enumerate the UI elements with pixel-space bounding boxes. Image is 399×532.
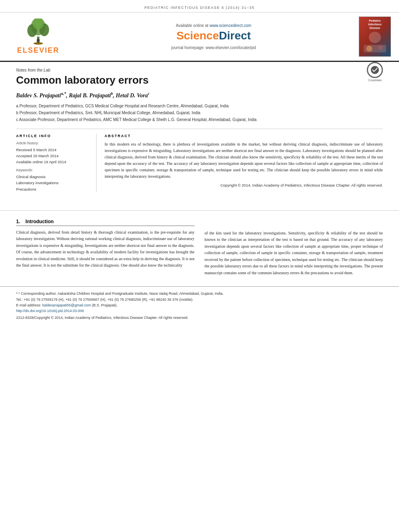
intro-heading: 1. Introduction — [16, 219, 195, 226]
abstract-title: Abstract — [105, 134, 383, 138]
crossmark-label: CrossMark — [368, 79, 382, 82]
history-label: Article history: — [16, 141, 90, 145]
elsevier-logo: ELSEVIER — [8, 18, 68, 55]
abstract-text: In this modern era of technology, there … — [105, 141, 383, 180]
center-header: Available online at www.sciencedirect.co… — [68, 23, 359, 50]
affiliations: a Professor, Department of Pediatrics, G… — [16, 103, 383, 123]
body-left-col: 1. Introduction Clinical diagnosis, deri… — [16, 219, 195, 277]
section-label: Notes from the Lab — [16, 68, 383, 72]
section-title-text: Introduction — [25, 219, 53, 224]
accepted-date: Accepted 20 March 2014 — [16, 153, 90, 159]
journal-cover: Pediatric Infectious Disease — [359, 16, 391, 57]
section-divider — [0, 210, 399, 211]
intro-right-text: of the kits used for the laboratory inve… — [205, 230, 383, 277]
email-suffix: (B.S. Prajapati). — [92, 303, 118, 307]
crossmark-circle — [367, 62, 383, 78]
article-info-col: Article Info Article history: Received 5… — [16, 134, 97, 192]
article-content: Notes from the Lab Common laboratory err… — [0, 62, 399, 206]
journal-homepage: journal homepage: www.elsevier.com/locat… — [68, 45, 359, 50]
received-date: Received 5 March 2014 — [16, 147, 90, 153]
crossmark-icon — [370, 65, 380, 75]
keyword-1: Clinical diagnosis — [16, 174, 90, 180]
svg-point-9 — [378, 45, 383, 50]
journal-header: Pediatric Infectious Disease 6 (2014) 31… — [0, 0, 399, 12]
abstract-col: Abstract In this modern era of technolog… — [105, 134, 383, 192]
logos-row: ELSEVIER Available online at www.science… — [0, 12, 399, 62]
copyright-footer: 2212-8328/Copyright © 2014, Indian Acade… — [16, 316, 383, 320]
email-address[interactable]: baldevprajapati55@gmail.com — [42, 303, 91, 307]
journal-title-top: Pediatric Infectious Disease 6 (2014) 31… — [144, 6, 255, 10]
svg-point-8 — [366, 46, 372, 52]
cover-image-icon — [363, 43, 387, 54]
email-line: E-mail address: baldevprajapati55@gmail.… — [16, 302, 383, 308]
keyword-3: Precautions — [16, 186, 90, 192]
corresponding-author-text: Aakanksha Children Hospital and Postgrad… — [58, 292, 224, 296]
cover-title-text: Pediatric Infectious Disease — [368, 19, 381, 30]
elsevier-brand-text: ELSEVIER — [17, 46, 59, 55]
available-online-date: Available online 19 April 2014 — [16, 159, 90, 165]
elsevier-tree-icon — [20, 18, 56, 45]
body-right-col: of the kits used for the laboratory inve… — [205, 219, 383, 277]
article-info-title: Article Info — [16, 134, 90, 138]
section-number: 1. — [16, 219, 20, 224]
article-title: Common laboratory errors — [16, 74, 148, 86]
body-content: 1. Introduction Clinical diagnosis, deri… — [0, 215, 399, 285]
info-abstract-section: Article Info Article history: Received 5… — [16, 129, 383, 192]
svg-point-6 — [37, 39, 40, 43]
sciencedirect-url[interactable]: www.sciencedirect.com — [210, 23, 251, 28]
affiliation-a: a Professor, Department of Pediatrics, G… — [16, 103, 383, 109]
crossmark-badge: CrossMark — [367, 62, 383, 82]
page: Pediatric Infectious Disease 6 (2014) 31… — [0, 0, 399, 532]
keyword-2: Laboratory investigations — [16, 180, 90, 186]
doi-line: http://dx.doi.org/10.1016/j.pid.2014.03.… — [16, 308, 383, 314]
authors-line: Baldev S. Prajapatia,*, Rajal B. Prajapa… — [16, 91, 383, 99]
affiliation-c: c Associate Professor, Department of Ped… — [16, 117, 383, 123]
doi-link[interactable]: http://dx.doi.org/10.1016/j.pid.2014.03.… — [16, 309, 84, 313]
sciencedirect-logo: ScienceDirect — [68, 29, 359, 42]
abstract-copyright: Copyright © 2014, Indian Academy of Pedi… — [105, 183, 383, 187]
intro-left-text: Clinical diagnosis, derived from detail … — [16, 229, 195, 269]
tel-line: Tel.: +91 (0) 79 27559179 (H), +91 (0) 7… — [16, 297, 383, 302]
article-footer: * * Corresponding author. Aakanksha Chil… — [0, 286, 399, 326]
affiliation-b: b Professor, Department of Pediatrics, S… — [16, 110, 383, 116]
available-online-text: Available online at www.sciencedirect.co… — [68, 23, 359, 28]
email-label: E-mail address: — [16, 303, 41, 307]
cover-decoration — [369, 32, 381, 43]
corresponding-author-note: * * Corresponding author. Aakanksha Chil… — [16, 291, 383, 296]
keywords-label: Keywords: — [16, 168, 90, 172]
corresponding-author-label: * Corresponding author. — [19, 292, 57, 296]
